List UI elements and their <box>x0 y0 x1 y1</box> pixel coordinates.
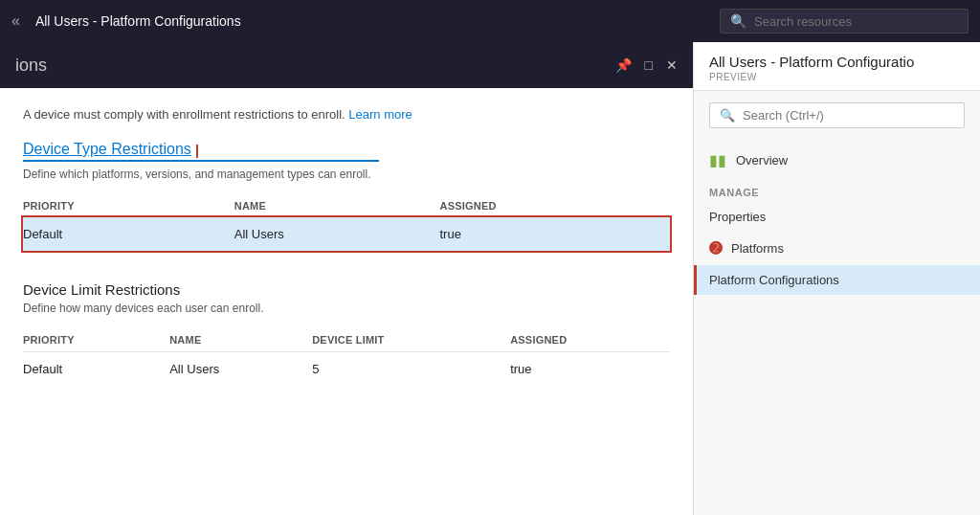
col-assigned-2: ASSIGNED <box>510 328 670 352</box>
cell-priority: Default <box>23 352 169 387</box>
search-resources-input[interactable] <box>754 14 958 29</box>
left-panel: ions 📌 □ ✕ A device must comply with enr… <box>0 42 693 515</box>
cell-priority: Default <box>23 217 234 251</box>
col-priority-2: PRIORITY <box>23 328 169 352</box>
maximize-icon[interactable]: □ <box>645 57 653 73</box>
sidebar-item-label: Properties <box>709 210 766 224</box>
sidebar-item-label: Platforms <box>731 241 784 256</box>
back-chevron[interactable]: « <box>11 12 20 30</box>
right-panel-subtitle: PREVIEW <box>709 72 965 82</box>
manage-section-label: MANAGE <box>694 177 980 202</box>
device-limit-title: Device Limit Restrictions <box>23 281 670 298</box>
device-type-table: PRIORITY NAME ASSIGNED Default All Users… <box>23 194 670 251</box>
top-bar-search-box[interactable]: 🔍 <box>720 9 969 34</box>
header-actions: 📌 □ ✕ <box>615 57 678 73</box>
col-priority-1: PRIORITY <box>23 194 234 217</box>
col-assigned-1: ASSIGNED <box>440 194 671 217</box>
sidebar-item-platform-configurations[interactable]: Platform Configurations <box>694 265 980 295</box>
enrollment-notice: A device must comply with enrollment res… <box>23 107 670 122</box>
col-name-1: NAME <box>234 194 440 217</box>
top-bar-title: All Users - Platform Configurations <box>35 13 704 29</box>
cell-assigned: true <box>440 217 671 251</box>
sidebar-item-label: Platform Configurations <box>709 273 839 287</box>
right-panel-search-box[interactable]: 🔍 <box>709 102 965 128</box>
sidebar-item-platforms[interactable]: ➋ Platforms <box>694 232 980 265</box>
cell-name: All Users <box>234 217 440 251</box>
device-type-desc: Define which platforms, versions, and ma… <box>23 168 670 181</box>
learn-more-link[interactable]: Learn more <box>348 107 412 122</box>
left-panel-header: ions 📌 □ ✕ <box>0 42 693 88</box>
device-type-section: Device Type Restrictions Define which pl… <box>23 141 670 251</box>
grid-icon: ▮▮ <box>709 151 726 169</box>
table-row[interactable]: Default All Users true <box>23 217 670 251</box>
table-row[interactable]: Default All Users 5 true <box>23 352 670 387</box>
sidebar-item-label: Overview <box>736 153 788 168</box>
device-type-title: Device Type Restrictions <box>23 141 191 157</box>
nav-section: ▮▮ Overview MANAGE Properties ➋ Platform… <box>694 140 980 299</box>
col-device-limit: DEVICE LIMIT <box>312 328 510 352</box>
search-icon-right: 🔍 <box>720 108 735 123</box>
search-icon: 🔍 <box>730 13 746 29</box>
sidebar-item-overview[interactable]: ▮▮ Overview <box>694 144 980 177</box>
device-limit-table: PRIORITY NAME DEVICE LIMIT ASSIGNED Defa… <box>23 328 670 386</box>
right-panel-search-input[interactable] <box>743 108 954 123</box>
cursor-indicator <box>196 145 198 158</box>
sidebar-item-properties[interactable]: Properties <box>694 202 980 232</box>
right-panel-title: All Users - Platform Configuratio <box>709 54 965 70</box>
cell-name: All Users <box>169 352 312 387</box>
right-panel-header: All Users - Platform Configuratio PREVIE… <box>694 42 980 91</box>
main-layout: ions 📌 □ ✕ A device must comply with enr… <box>0 42 980 515</box>
right-panel: All Users - Platform Configuratio PREVIE… <box>693 42 980 515</box>
col-name-2: NAME <box>169 328 312 352</box>
cell-limit: 5 <box>312 352 510 387</box>
pin-icon[interactable]: 📌 <box>615 57 632 73</box>
close-icon[interactable]: ✕ <box>666 57 678 73</box>
device-limit-desc: Define how many devices each user can en… <box>23 302 670 315</box>
top-bar: « All Users - Platform Configurations 🔍 <box>0 0 980 42</box>
cell-assigned: true <box>510 352 670 387</box>
number2-icon: ➋ <box>709 239 722 258</box>
device-limit-section: Device Limit Restrictions Define how man… <box>23 281 670 386</box>
left-panel-header-title: ions <box>15 56 47 76</box>
left-panel-content: A device must comply with enrollment res… <box>0 88 693 515</box>
